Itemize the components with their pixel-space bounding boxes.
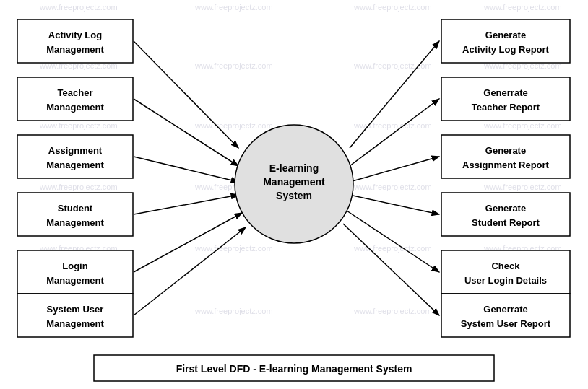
node-student-mgmt-label2: Management bbox=[46, 217, 104, 228]
node-activity-log-mgmt bbox=[17, 19, 133, 63]
diagram-container: www.freeprojectz.com www.freeprojectz.co… bbox=[0, 0, 588, 389]
watermark-18: www.freeprojectz.com bbox=[194, 244, 273, 253]
node-system-user-mgmt-label2: Management bbox=[46, 318, 104, 329]
watermark-15: www.freeprojectz.com bbox=[353, 183, 432, 191]
node-generate-activity-log-report-label2: Activity Log Report bbox=[462, 44, 550, 55]
node-assignment-mgmt-label1: Assignment bbox=[48, 145, 103, 156]
watermark-10: www.freeprojectz.com bbox=[194, 121, 273, 130]
node-generate-student-report bbox=[441, 193, 570, 236]
footer-label: First Level DFD - E-learning Management … bbox=[176, 363, 412, 375]
node-generate-teacher-report-label2: Teacher Report bbox=[472, 102, 540, 113]
watermark-4: www.freeprojectz.com bbox=[483, 3, 562, 12]
node-teacher-mgmt-label2: Management bbox=[46, 102, 104, 113]
node-generate-system-user-report-label1: Generrate bbox=[483, 304, 527, 315]
watermark-22: www.freeprojectz.com bbox=[194, 307, 273, 315]
watermark-3: www.freeprojectz.com bbox=[353, 3, 432, 12]
node-assignment-mgmt-label2: Management bbox=[46, 159, 104, 170]
arrow-n4-center bbox=[134, 195, 238, 214]
node-system-user-mgmt-label1: System User bbox=[47, 304, 104, 315]
watermark-9: www.freeprojectz.com bbox=[39, 121, 118, 130]
node-generate-system-user-report bbox=[441, 294, 570, 337]
watermark-11: www.freeprojectz.com bbox=[353, 121, 432, 130]
node-student-mgmt bbox=[17, 193, 133, 236]
watermark-23: www.freeprojectz.com bbox=[353, 307, 432, 315]
arrow-n3-center bbox=[134, 157, 238, 182]
node-check-user-login-details-label2: User Login Details bbox=[464, 275, 547, 286]
center-label-2: Management bbox=[263, 176, 325, 188]
node-generate-activity-log-report bbox=[441, 19, 570, 63]
arrow-center-r6 bbox=[343, 224, 439, 315]
node-generate-assignment-report-label1: Generate bbox=[485, 145, 526, 156]
node-login-mgmt-label2: Management bbox=[46, 275, 104, 286]
arrow-center-r5 bbox=[347, 211, 439, 272]
node-generate-teacher-report bbox=[441, 77, 570, 121]
node-teacher-mgmt-label1: Teacher bbox=[58, 87, 93, 98]
node-generate-student-report-label2: Student Report bbox=[472, 217, 540, 228]
watermark-16: www.freeprojectz.com bbox=[483, 183, 562, 191]
watermark-13: www.freeprojectz.com bbox=[39, 183, 118, 191]
watermark-7: www.freeprojectz.com bbox=[353, 61, 432, 70]
center-label-1: E-learning bbox=[269, 162, 319, 174]
watermark-12: www.freeprojectz.com bbox=[483, 121, 562, 130]
node-login-mgmt-label1: Login bbox=[62, 261, 87, 271]
node-generate-assignment-report bbox=[441, 135, 570, 178]
dfd-diagram: www.freeprojectz.com www.freeprojectz.co… bbox=[0, 0, 588, 389]
node-generate-activity-log-report-label1: Generate bbox=[485, 30, 526, 40]
watermark-1: www.freeprojectz.com bbox=[39, 3, 118, 12]
node-generate-system-user-report-label2: System User Report bbox=[461, 318, 551, 329]
node-generate-assignment-report-label2: Assignment Report bbox=[462, 159, 550, 170]
arrow-n6-center bbox=[134, 227, 246, 315]
node-generate-teacher-report-label1: Generrate bbox=[483, 87, 527, 98]
node-teacher-mgmt bbox=[17, 77, 133, 121]
watermark-2: www.freeprojectz.com bbox=[194, 3, 273, 12]
node-check-user-login-details-label1: Check bbox=[491, 261, 520, 271]
node-activity-log-mgmt-label1: Activity Log bbox=[48, 30, 102, 40]
node-assignment-mgmt bbox=[17, 135, 133, 178]
node-activity-log-mgmt-label2: Management bbox=[46, 44, 104, 55]
watermark-6: www.freeprojectz.com bbox=[194, 61, 273, 70]
center-label-3: System bbox=[276, 190, 312, 201]
arrow-center-r3 bbox=[350, 157, 439, 182]
arrow-center-r4 bbox=[350, 195, 439, 214]
node-student-mgmt-label1: Student bbox=[58, 203, 93, 214]
node-check-user-login-details bbox=[441, 250, 570, 294]
node-system-user-mgmt bbox=[17, 294, 133, 337]
node-generate-student-report-label1: Generate bbox=[485, 203, 526, 214]
node-login-mgmt bbox=[17, 250, 133, 294]
